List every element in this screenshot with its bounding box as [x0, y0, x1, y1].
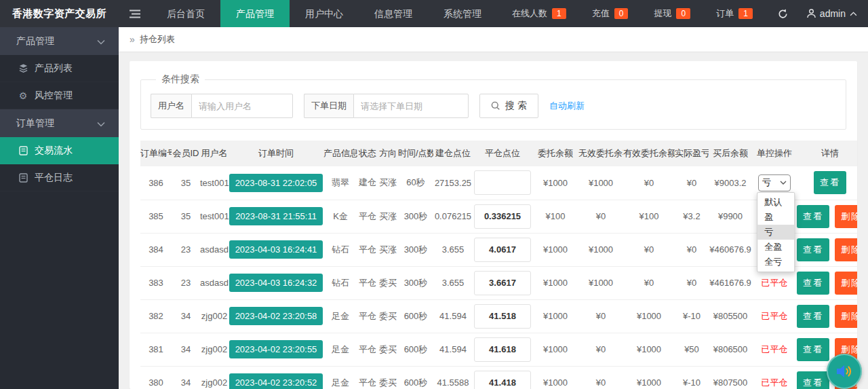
direction-cell: 买涨: [378, 166, 398, 200]
entrust-balance-cell: ¥1000: [532, 366, 578, 389]
close-point-input[interactable]: [474, 170, 531, 195]
duration-cell: 300秒: [398, 200, 433, 233]
dropdown-option[interactable]: 亏: [757, 225, 794, 240]
view-button[interactable]: 查看: [797, 371, 829, 389]
valid-entrust-cell: ¥0: [623, 266, 675, 299]
product-cell: 钻石: [323, 266, 357, 299]
dropdown-option[interactable]: 全盈: [757, 240, 794, 255]
menu-toggle-icon[interactable]: [119, 0, 151, 27]
nav-tab-info[interactable]: 信息管理: [359, 0, 428, 27]
sidebar-item-product-list[interactable]: 产品列表: [0, 55, 119, 82]
open-point-cell: 27153.25: [433, 166, 473, 200]
stat-orders[interactable]: 订单 1: [703, 7, 766, 20]
status-cell: 平仓: [357, 299, 378, 333]
stat-withdrawals[interactable]: 提现 0: [641, 7, 703, 20]
order-date-input[interactable]: [353, 94, 469, 118]
direction-cell: 买涨: [378, 200, 398, 233]
order-time-badge: 2023-04-03 16:24:41: [229, 240, 323, 259]
delete-button[interactable]: 删除: [835, 305, 857, 328]
sidebar-item-trade-flow[interactable]: 交易流水: [0, 137, 119, 164]
valid-entrust-cell: ¥1000: [623, 299, 675, 333]
main-nav-tabs: 后台首页 产品管理 用户中心 信息管理 系统管理: [151, 0, 497, 27]
stat-deposits[interactable]: 充值 0: [579, 7, 642, 20]
dropdown-option[interactable]: 全亏: [757, 255, 794, 270]
table-row: 385 35 test001 2023-08-31 21:55:11 K金 平仓…: [140, 200, 857, 233]
order-time-cell: 2023-04-03 16:24:41: [229, 233, 323, 266]
order-id-cell: 386: [140, 166, 172, 200]
chevron-down-icon: [97, 36, 105, 47]
close-point-input[interactable]: [474, 238, 531, 262]
entrust-balance-cell: ¥1000: [532, 299, 578, 333]
open-point-cell: 41.594: [433, 299, 473, 333]
sidebar-group-orders[interactable]: 订单管理: [0, 109, 119, 137]
close-point-input[interactable]: [474, 337, 531, 362]
status-cell: 平仓: [357, 233, 378, 266]
control-status-label: 已平仓: [762, 344, 788, 354]
sidebar-group-label: 订单管理: [16, 117, 54, 130]
view-button[interactable]: 查看: [814, 171, 846, 194]
layers-icon: [18, 63, 28, 73]
dropdown-option[interactable]: 盈: [757, 210, 794, 225]
dropdown-option[interactable]: 默认: [757, 195, 794, 210]
sidebar-item-risk-management[interactable]: ⚙ 风控管理: [0, 82, 119, 109]
delete-button[interactable]: 删除: [835, 272, 857, 295]
direction-cell: 委买: [378, 333, 398, 366]
stat-label: 订单: [716, 7, 734, 20]
table-body: 386 35 test001 2023-08-31 22:02:05 翡翠 建仓…: [140, 166, 857, 389]
sidebar: 产品管理 产品列表 ⚙ 风控管理 订单管理 交易流水 平仓日志: [0, 27, 119, 389]
username-cell: zjg002: [200, 299, 229, 333]
positions-card: 条件搜索 用户名 下单日期 搜 索 自动刷新: [130, 61, 857, 389]
sidebar-group-products[interactable]: 产品管理: [0, 27, 119, 55]
valid-entrust-cell: ¥1000: [623, 366, 675, 389]
search-icon: [491, 101, 500, 111]
view-button[interactable]: 查看: [797, 272, 829, 295]
auto-refresh-link[interactable]: 自动刷新: [549, 100, 585, 112]
invalid-entrust-cell: ¥0: [578, 299, 623, 333]
username-input-group: 用户名: [151, 94, 293, 118]
invalid-entrust-cell: ¥1000: [578, 233, 623, 266]
search-button[interactable]: 搜 索: [479, 94, 538, 118]
stat-online-users[interactable]: 在线人数 1: [499, 7, 579, 20]
refresh-button[interactable]: [766, 9, 800, 19]
table-header-row: 订单编号会员ID用户名订单时间产品信息状态方向时间/点数建仓点位平仓点位委托余额…: [140, 141, 857, 166]
delete-button[interactable]: 删除: [835, 205, 857, 228]
positions-table: 订单编号会员ID用户名订单时间产品信息状态方向时间/点数建仓点位平仓点位委托余额…: [140, 141, 857, 389]
profit-cell: ¥-10: [675, 366, 709, 389]
nav-tab-home[interactable]: 后台首页: [151, 0, 220, 27]
order-time-badge: 2023-04-02 23:20:55: [229, 340, 323, 358]
duration-cell: 300秒: [398, 266, 433, 299]
order-id-cell: 381: [140, 333, 172, 366]
invalid-entrust-cell: ¥1000: [578, 166, 623, 200]
after-balance-cell: ¥460676.9: [709, 233, 752, 266]
user-menu[interactable]: admin: [800, 8, 868, 19]
entrust-balance-cell: ¥1000: [532, 166, 578, 200]
nav-tab-system[interactable]: 系统管理: [428, 0, 497, 27]
after-balance-cell: ¥461676.9: [709, 266, 752, 299]
order-control-select[interactable]: 亏: [758, 174, 791, 191]
table-header-cell: 产品信息: [323, 141, 357, 166]
view-button[interactable]: 查看: [797, 338, 829, 361]
chevron-down-icon: [780, 181, 787, 185]
view-button[interactable]: 查看: [797, 238, 829, 261]
sidebar-item-close-log[interactable]: 平仓日志: [0, 164, 119, 191]
nav-tab-products[interactable]: 产品管理: [220, 0, 290, 27]
search-panel-legend: 条件搜索: [156, 73, 205, 86]
detail-cell: 查看删除: [797, 299, 857, 333]
control-cell: 已平仓: [752, 333, 797, 366]
stat-label: 在线人数: [512, 7, 547, 20]
nav-tab-users[interactable]: 用户中心: [290, 0, 359, 27]
sound-notification-button[interactable]: [827, 354, 862, 389]
close-point-input[interactable]: [474, 304, 531, 329]
close-point-input[interactable]: [474, 271, 531, 295]
close-point-input[interactable]: [474, 204, 531, 229]
view-button[interactable]: 查看: [797, 305, 829, 328]
delete-button[interactable]: 删除: [835, 238, 857, 261]
view-button[interactable]: 查看: [797, 205, 829, 228]
document-icon: [18, 173, 28, 183]
profit-cell: ¥0: [675, 166, 709, 200]
invalid-entrust-cell: ¥0: [578, 366, 623, 389]
close-point-input[interactable]: [474, 371, 531, 389]
status-cell: 平仓: [357, 200, 378, 233]
username-input[interactable]: [191, 94, 293, 118]
table-header-cell: 有效委托余额: [623, 141, 675, 166]
